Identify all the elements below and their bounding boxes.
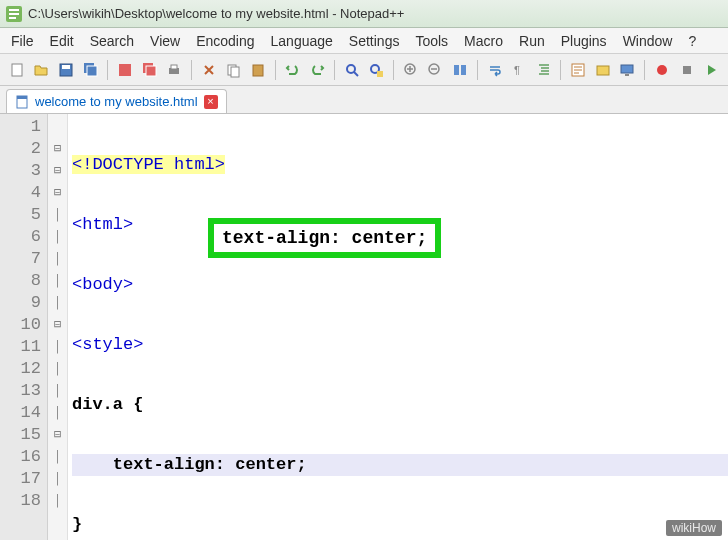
svg-rect-11 (146, 66, 156, 76)
code-line-active: text-align: center; (72, 454, 728, 476)
svg-rect-19 (377, 71, 383, 77)
fold-line: │ (48, 336, 67, 358)
menu-plugins[interactable]: Plugins (554, 30, 614, 52)
fold-toggle[interactable]: ⊟ (48, 138, 67, 160)
svg-rect-4 (12, 64, 22, 76)
fold-line: │ (48, 490, 67, 512)
play-macro-icon[interactable] (700, 59, 722, 81)
line-number: 3 (0, 160, 41, 182)
folder-view-icon[interactable] (592, 59, 614, 81)
new-file-icon[interactable] (6, 59, 28, 81)
svg-rect-28 (625, 74, 629, 76)
menu-run[interactable]: Run (512, 30, 552, 52)
fold-line: │ (48, 226, 67, 248)
menu-search[interactable]: Search (83, 30, 141, 52)
toolbar-separator (334, 60, 335, 80)
record-macro-icon[interactable] (651, 59, 673, 81)
line-number: 10 (0, 314, 41, 336)
indent-guide-icon[interactable] (533, 59, 555, 81)
fold-line: │ (48, 204, 67, 226)
line-number: 6 (0, 226, 41, 248)
open-file-icon[interactable] (31, 59, 53, 81)
line-number: 17 (0, 468, 41, 490)
cut-icon[interactable] (198, 59, 220, 81)
sync-scroll-icon[interactable] (449, 59, 471, 81)
close-icon[interactable] (114, 59, 136, 81)
menu-tools[interactable]: Tools (408, 30, 455, 52)
svg-rect-2 (9, 13, 19, 15)
menu-settings[interactable]: Settings (342, 30, 407, 52)
line-number: 14 (0, 402, 41, 424)
toolbar-separator (275, 60, 276, 80)
word-wrap-icon[interactable] (484, 59, 506, 81)
fold-toggle[interactable]: ⊟ (48, 424, 67, 446)
line-number: 18 (0, 490, 41, 512)
watermark: wikiHow (666, 520, 722, 536)
svg-rect-15 (231, 67, 239, 77)
undo-icon[interactable] (282, 59, 304, 81)
code-line: } (72, 514, 728, 536)
fold-toggle[interactable]: ⊟ (48, 160, 67, 182)
svg-rect-8 (87, 66, 97, 76)
svg-point-29 (657, 65, 667, 75)
stop-macro-icon[interactable] (676, 59, 698, 81)
fold-line: │ (48, 270, 67, 292)
line-number: 2 (0, 138, 41, 160)
toolbar: ¶ (0, 54, 728, 86)
tab-label: welcome to my website.html (35, 94, 198, 109)
redo-icon[interactable] (306, 59, 328, 81)
paste-icon[interactable] (247, 59, 269, 81)
line-number: 5 (0, 204, 41, 226)
line-number: 13 (0, 380, 41, 402)
code-editor[interactable]: 1 2 3 4 5 6 7 8 9 10 11 12 13 14 15 16 1… (0, 114, 728, 540)
zoom-in-icon[interactable] (400, 59, 422, 81)
save-icon[interactable] (55, 59, 77, 81)
menu-encoding[interactable]: Encoding (189, 30, 261, 52)
line-number: 8 (0, 270, 41, 292)
svg-rect-22 (454, 65, 459, 75)
svg-rect-6 (62, 65, 70, 69)
close-all-icon[interactable] (139, 59, 161, 81)
svg-rect-1 (9, 9, 19, 11)
menu-macro[interactable]: Macro (457, 30, 510, 52)
print-icon[interactable] (163, 59, 185, 81)
copy-icon[interactable] (223, 59, 245, 81)
tab-close-icon[interactable]: × (204, 95, 218, 109)
toolbar-separator (191, 60, 192, 80)
menu-language[interactable]: Language (264, 30, 340, 52)
zoom-out-icon[interactable] (425, 59, 447, 81)
fold-line: │ (48, 292, 67, 314)
fold-line: │ (48, 402, 67, 424)
menu-window[interactable]: Window (616, 30, 680, 52)
svg-rect-13 (171, 65, 177, 69)
svg-rect-30 (683, 66, 691, 74)
function-list-icon[interactable] (567, 59, 589, 81)
file-tab[interactable]: welcome to my website.html × (6, 89, 227, 113)
menu-edit[interactable]: Edit (43, 30, 81, 52)
line-number: 1 (0, 116, 41, 138)
svg-rect-27 (621, 65, 633, 73)
menu-view[interactable]: View (143, 30, 187, 52)
replace-icon[interactable] (365, 59, 387, 81)
line-number: 9 (0, 292, 41, 314)
menu-help[interactable]: ? (681, 30, 703, 52)
toolbar-separator (560, 60, 561, 80)
svg-point-17 (347, 65, 355, 73)
svg-rect-9 (119, 64, 131, 76)
code-line: <style> (72, 334, 728, 356)
toolbar-separator (107, 60, 108, 80)
save-all-icon[interactable] (80, 59, 102, 81)
window-titlebar: C:\Users\wikih\Desktop\welcome to my web… (0, 0, 728, 28)
code-area[interactable]: <!DOCTYPE html> <html> <body> <style> di… (68, 114, 728, 540)
show-all-chars-icon[interactable]: ¶ (508, 59, 530, 81)
code-line: <body> (72, 274, 728, 296)
tutorial-highlight: text-align: center; (208, 218, 441, 258)
fold-toggle[interactable]: ⊟ (48, 314, 67, 336)
toolbar-separator (393, 60, 394, 80)
fold-toggle[interactable]: ⊟ (48, 182, 67, 204)
svg-rect-32 (17, 96, 27, 99)
monitor-icon[interactable] (617, 59, 639, 81)
menu-file[interactable]: File (4, 30, 41, 52)
find-icon[interactable] (341, 59, 363, 81)
toolbar-separator (644, 60, 645, 80)
